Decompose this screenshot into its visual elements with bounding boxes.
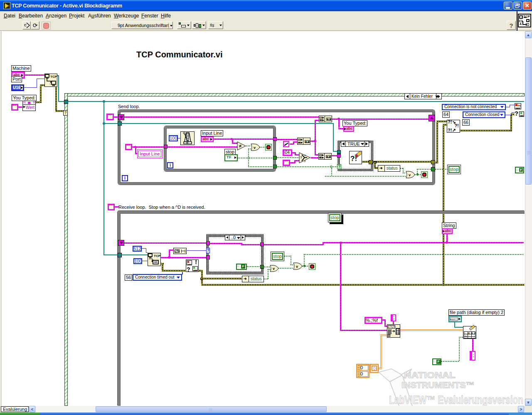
- svg-text:TCP: TCP: [154, 254, 160, 258]
- svg-text:v: v: [296, 264, 298, 269]
- svg-text:INSTRUMENTS™: INSTRUMENTS™: [401, 380, 475, 390]
- svg-text:TCP: TCP: [50, 75, 57, 79]
- svg-text:LabVIEW™ Evaluierungsversion: LabVIEW™ Evaluierungsversion: [389, 394, 523, 406]
- svg-text:v: v: [254, 146, 256, 150]
- svg-text:v: v: [409, 173, 411, 177]
- svg-text:?: ?: [300, 156, 302, 159]
- svg-text:T: T: [304, 154, 306, 157]
- svg-text:NATIONAL: NATIONAL: [404, 371, 456, 380]
- svg-text:≠: ≠: [239, 143, 241, 148]
- svg-text:F: F: [304, 160, 306, 163]
- svg-text:v: v: [273, 267, 275, 271]
